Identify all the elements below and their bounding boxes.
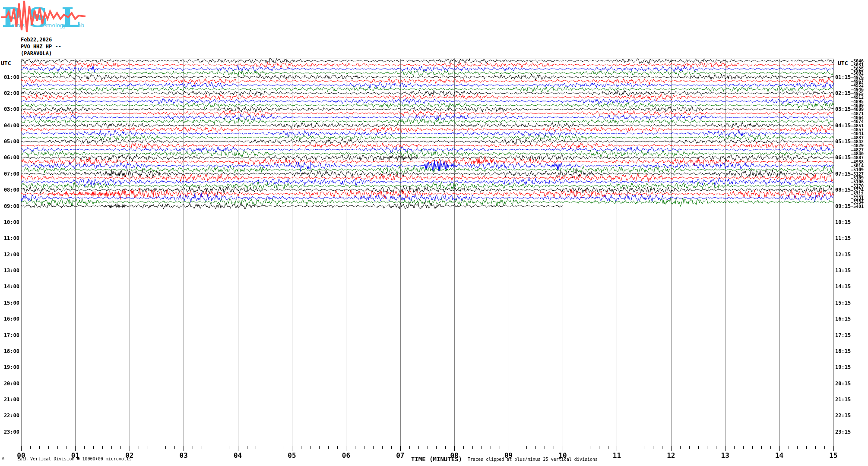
segment-end-label: 17:15 xyxy=(835,333,861,338)
division-note: Each Vertical Division = 10000+00 microv… xyxy=(17,457,132,461)
segment-end-label: 22:15 xyxy=(835,413,861,419)
x-tick-label: 05 xyxy=(283,451,301,460)
x-tick-label: 04 xyxy=(229,451,247,460)
hour-start-label: 05:00 xyxy=(0,139,19,145)
segment-end-label: 10:15 xyxy=(835,220,861,225)
tiny-wave-mark: ʍ xyxy=(2,457,4,460)
hour-start-label: 12:00 xyxy=(0,252,19,258)
hour-start-label: 19:00 xyxy=(0,365,19,370)
hour-start-label: 11:00 xyxy=(0,236,19,241)
hour-start-label: 02:00 xyxy=(0,91,19,96)
segment-end-label: 11:15 xyxy=(835,236,861,241)
hour-start-label: 15:00 xyxy=(0,300,19,306)
hour-start-label: 01:00 xyxy=(0,75,19,80)
x-tick-label: 15 xyxy=(825,451,842,460)
hour-start-label: 04:00 xyxy=(0,123,19,129)
hour-start-label: 23:00 xyxy=(0,429,19,435)
x-tick-label: 06 xyxy=(337,451,355,460)
segment-end-label: 18:15 xyxy=(835,349,861,354)
segment-end-label: 16:15 xyxy=(835,316,861,322)
x-tick-label: 14 xyxy=(771,451,788,460)
x-axis-title: TIME (MINUTES) xyxy=(411,456,462,463)
hour-start-label: 16:00 xyxy=(0,316,19,322)
segment-end-label: 20:15 xyxy=(835,381,861,387)
hour-start-label: 07:00 xyxy=(0,171,19,177)
hour-start-label: 13:00 xyxy=(0,268,19,274)
hour-start-label: 17:00 xyxy=(0,333,19,338)
bias-value: -5401 xyxy=(851,204,868,209)
segment-end-label: 19:15 xyxy=(835,365,861,370)
hour-start-label: 22:00 xyxy=(0,413,19,419)
hour-start-label: 08:00 xyxy=(0,187,19,193)
segment-end-label: 23:15 xyxy=(835,429,861,435)
segment-end-label: 12:15 xyxy=(835,252,861,258)
x-tick-label: 07 xyxy=(392,451,409,460)
hour-start-label: 06:00 xyxy=(0,155,19,161)
segment-end-label: 13:15 xyxy=(835,268,861,274)
x-tick-label: 03 xyxy=(175,451,192,460)
x-tick-label: 11 xyxy=(608,451,625,460)
hour-start-label: 18:00 xyxy=(0,349,19,354)
hour-start-label: 03:00 xyxy=(0,107,19,112)
segment-end-label: 14:15 xyxy=(835,284,861,290)
hour-start-label: 21:00 xyxy=(0,397,19,403)
hour-start-label: 14:00 xyxy=(0,284,19,290)
hour-start-label: 10:00 xyxy=(0,220,19,225)
hour-start-label: 20:00 xyxy=(0,381,19,387)
helicorder-page: P S L atras eismology ab Feb22,2026 PVO … xyxy=(0,0,868,466)
hour-start-label: 09:00 xyxy=(0,204,19,209)
clip-note: Traces clipped at plus/minus 25 vertical… xyxy=(468,457,598,462)
seismogram-canvas xyxy=(0,0,868,466)
segment-end-label: 21:15 xyxy=(835,397,861,403)
segment-end-label: 15:15 xyxy=(835,300,861,306)
x-tick-label: 13 xyxy=(716,451,734,460)
x-tick-label: 12 xyxy=(662,451,680,460)
